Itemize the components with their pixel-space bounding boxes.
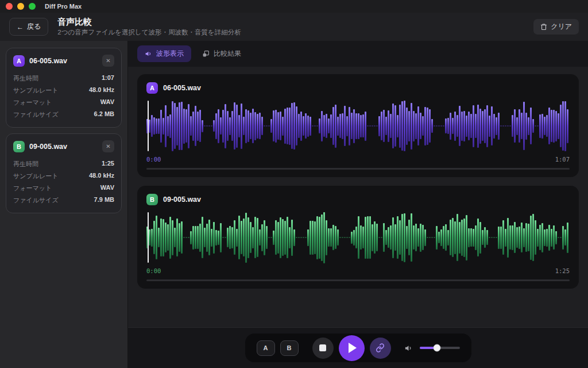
- stop-icon: [319, 344, 326, 351]
- app-title: Diff Pro Max: [45, 3, 82, 10]
- playhead-b[interactable]: [148, 212, 149, 263]
- traffic-lights: [6, 3, 36, 10]
- play-button[interactable]: [339, 335, 365, 361]
- select-track-a-button[interactable]: A: [257, 340, 275, 356]
- page-title: 音声比較: [57, 17, 241, 28]
- file-a-filesize-row: ファイルサイズ6.2 MB: [13, 109, 114, 121]
- file-b-filesize-row: ファイルサイズ7.9 MB: [13, 194, 114, 206]
- titlebar: Diff Pro Max: [0, 0, 588, 13]
- file-b-duration-row: 再生時間1:25: [13, 158, 114, 170]
- diff-icon: [202, 50, 210, 57]
- file-a-samplerate-row: サンプルレート48.0 kHz: [13, 85, 114, 97]
- file-card-a: A 06-005.wav ✕ 再生時間1:07 サンプルレート48.0 kHz …: [6, 48, 122, 128]
- tab-compare-results[interactable]: 比較結果: [195, 45, 249, 62]
- select-track-b-button[interactable]: B: [280, 340, 299, 356]
- volume-icon: [404, 344, 413, 352]
- volume-slider-thumb[interactable]: [433, 344, 440, 352]
- play-icon: [349, 343, 357, 353]
- player-footer: A B: [128, 327, 588, 368]
- waveform-b-bars: [146, 210, 570, 265]
- panel-b-filename: 09-005.wav: [163, 195, 201, 204]
- link-playback-button[interactable]: [370, 338, 391, 359]
- panel-b-badge: B: [146, 194, 158, 205]
- link-icon: [376, 343, 385, 352]
- file-b-badge: B: [13, 141, 25, 152]
- panel-a-current-time: 0:00: [146, 156, 161, 163]
- waveform-a[interactable]: [146, 98, 570, 154]
- waveform-panel-b: B 09-005.wav 0:00 1:25: [137, 186, 579, 289]
- tab-compare-label: 比較結果: [214, 49, 241, 59]
- clear-button[interactable]: クリア: [533, 19, 579, 34]
- waveform-panel-a: A 06-005.wav 0:00 1:07: [137, 74, 579, 177]
- file-a-duration-row: 再生時間1:07: [13, 72, 114, 85]
- panel-b-current-time: 0:00: [146, 267, 161, 274]
- back-button-label: 戻る: [27, 22, 41, 32]
- stop-button[interactable]: [312, 338, 334, 359]
- panel-a-duration: 1:07: [555, 156, 570, 163]
- file-b-format-row: フォーマットWAV: [13, 182, 114, 194]
- file-card-b: B 09-005.wav ✕ 再生時間1:25 サンプルレート48.0 kHz …: [6, 133, 122, 213]
- playhead-a[interactable]: [148, 101, 149, 151]
- minimize-window-button[interactable]: [17, 3, 24, 10]
- page-subtitle: 2つの音声ファイルを選択して波形・周波数・音質を詳細分析: [57, 28, 241, 37]
- progress-bar-a[interactable]: [146, 168, 570, 170]
- back-button[interactable]: ← 戻る: [9, 18, 48, 36]
- speaker-icon: [145, 50, 152, 57]
- back-arrow-icon: ←: [17, 23, 24, 31]
- close-window-button[interactable]: [6, 3, 13, 10]
- file-a-format-row: フォーマットWAV: [13, 97, 114, 109]
- file-a-badge: A: [13, 55, 25, 67]
- file-b-name: 09-005.wav: [29, 143, 98, 151]
- panel-b-duration: 1:25: [555, 267, 570, 274]
- close-icon: ✕: [106, 57, 110, 64]
- tab-bar: 波形表示 比較結果: [128, 41, 588, 67]
- trash-icon: [540, 23, 547, 30]
- remove-file-a-button[interactable]: ✕: [102, 55, 114, 67]
- waveform-content: A 06-005.wav 0:00 1:07: [128, 67, 588, 327]
- remove-file-b-button[interactable]: ✕: [102, 140, 114, 152]
- tab-waveform-label: 波形表示: [156, 49, 184, 59]
- zoom-window-button[interactable]: [29, 3, 36, 10]
- close-icon: ✕: [106, 143, 110, 150]
- panel-a-badge: A: [146, 82, 158, 94]
- volume-slider[interactable]: [420, 347, 460, 349]
- tab-waveform[interactable]: 波形表示: [137, 45, 191, 62]
- app-window: Diff Pro Max ← 戻る 音声比較 2つの音声ファイルを選択して波形・…: [0, 0, 588, 368]
- progress-bar-b[interactable]: [146, 279, 570, 281]
- volume-control: [404, 344, 460, 352]
- page-header: ← 戻る 音声比較 2つの音声ファイルを選択して波形・周波数・音質を詳細分析 ク…: [0, 13, 588, 41]
- sidebar: A 06-005.wav ✕ 再生時間1:07 サンプルレート48.0 kHz …: [0, 41, 128, 368]
- clear-button-label: クリア: [551, 22, 572, 32]
- waveform-b[interactable]: [146, 210, 570, 265]
- title-block: 音声比較 2つの音声ファイルを選択して波形・周波数・音質を詳細分析: [57, 17, 241, 37]
- file-a-name: 06-005.wav: [29, 57, 98, 65]
- waveform-a-bars: [146, 98, 570, 154]
- player-bar: A B: [245, 334, 471, 362]
- file-b-samplerate-row: サンプルレート48.0 kHz: [13, 170, 114, 182]
- panel-a-filename: 06-005.wav: [163, 84, 201, 92]
